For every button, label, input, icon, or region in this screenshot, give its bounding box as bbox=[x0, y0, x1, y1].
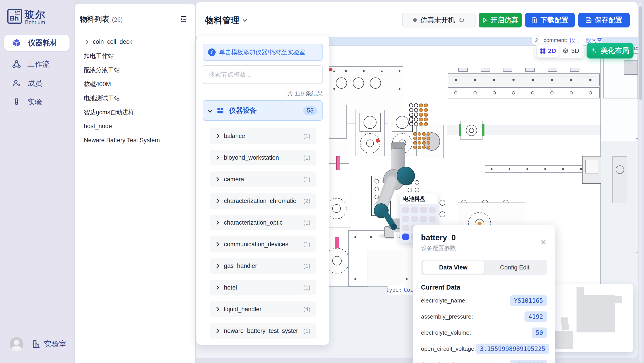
category-count: (1) bbox=[303, 263, 310, 270]
material-item[interactable]: 智达gcms自动进样 bbox=[80, 105, 190, 119]
sidebar-item-members[interactable]: 成员 bbox=[4, 75, 70, 91]
field-row: assembly_pressure: 4192 bbox=[421, 309, 547, 325]
materials-title: 物料列表 bbox=[80, 14, 109, 24]
start-simulation-label: 开启仿真 bbox=[490, 15, 518, 25]
category-characterization-optic[interactable]: characterization_optic(1) bbox=[210, 215, 316, 230]
tab-data-view[interactable]: Data View bbox=[422, 261, 484, 274]
lab-switcher[interactable]: 实验室 bbox=[31, 339, 66, 349]
material-item-expandable[interactable]: coin_cell_deck bbox=[80, 35, 190, 49]
beautify-layout-button[interactable]: 美化布局 bbox=[586, 43, 634, 58]
tray-cell[interactable] bbox=[402, 207, 409, 213]
chevron-down-icon bbox=[208, 108, 212, 113]
field-label: electrolyte_name: bbox=[421, 297, 467, 304]
tray-cell-selected[interactable] bbox=[402, 234, 409, 240]
category-name: balance bbox=[224, 133, 298, 140]
template-search-input[interactable] bbox=[203, 65, 323, 84]
material-item[interactable]: host_node bbox=[80, 119, 190, 133]
main-header: 物料管理 仿真未开机 ↻ 开启仿真 下载配置 bbox=[196, 2, 638, 37]
sidebar-item-label: 工作流 bbox=[28, 59, 50, 69]
category-characterization-chromatic[interactable]: characterization_chromatic(2) bbox=[210, 193, 316, 209]
group-instruments[interactable]: 仪器设备 53 bbox=[203, 100, 323, 121]
refresh-icon[interactable]: ↻ bbox=[458, 16, 464, 24]
close-icon[interactable]: × bbox=[540, 238, 546, 247]
category-list: balance(1) bioyond_workstation(1) camera… bbox=[210, 128, 316, 339]
materials-panel-header: 物料列表 (26) bbox=[80, 14, 190, 24]
type-value: Coi bbox=[404, 287, 414, 293]
tray-cell[interactable] bbox=[420, 216, 427, 222]
status-dot-icon bbox=[413, 18, 417, 22]
sidebar-item-workflow[interactable]: 工作流 bbox=[4, 56, 70, 72]
tray-cell[interactable] bbox=[429, 207, 436, 213]
popup-subtitle: 设备配置参数 bbox=[421, 244, 547, 252]
user-avatar[interactable] bbox=[10, 337, 24, 351]
category-camera[interactable]: camera(1) bbox=[210, 171, 316, 187]
chevron-right-icon bbox=[215, 329, 219, 333]
chevron-right-icon bbox=[215, 155, 219, 160]
lab-label: 实验室 bbox=[44, 339, 66, 349]
category-liquid-handler[interactable]: liquid_handler(4) bbox=[210, 301, 316, 317]
sidebar-item-label: 实验 bbox=[28, 97, 42, 107]
sidebar-item-label: 成员 bbox=[28, 78, 42, 88]
material-item[interactable]: 核磁400M bbox=[80, 77, 190, 91]
minimap[interactable] bbox=[554, 284, 633, 352]
tray-cell[interactable] bbox=[429, 216, 436, 222]
material-item[interactable]: Neware Battery Test System bbox=[80, 133, 190, 147]
field-row: electrolyte_name: YS101165 bbox=[421, 293, 547, 309]
page-title-dropdown[interactable]: 物料管理 bbox=[205, 12, 246, 28]
category-count: (1) bbox=[303, 219, 310, 226]
save-config-label: 保存配置 bbox=[594, 15, 622, 25]
materials-list: coin_cell_deck 扣电工作站 配液分液工站 核磁400M 电池测试工… bbox=[80, 35, 190, 147]
category-neware-battery-test-system[interactable]: neware_battery_test_system(1) bbox=[210, 323, 316, 339]
field-label: assembly_pressure: bbox=[421, 313, 473, 320]
field-value: 50 bbox=[532, 328, 547, 338]
category-balance[interactable]: balance(1) bbox=[210, 128, 316, 144]
category-communication-devices[interactable]: communication_devices(1) bbox=[210, 236, 316, 252]
download-config-button[interactable]: 下载配置 bbox=[525, 13, 575, 27]
category-count: (1) bbox=[303, 133, 310, 140]
chevron-right-icon bbox=[215, 220, 219, 225]
category-name: camera bbox=[224, 176, 298, 183]
play-icon bbox=[482, 17, 487, 23]
tray-cell[interactable] bbox=[402, 225, 409, 231]
group-label: 仪器设备 bbox=[229, 106, 298, 115]
material-item[interactable]: 扣电工作站 bbox=[80, 49, 190, 63]
chevron-right-icon bbox=[215, 134, 219, 138]
save-config-button[interactable]: 保存配置 bbox=[578, 13, 630, 27]
material-item[interactable]: 配液分液工站 bbox=[80, 63, 190, 77]
category-count: (1) bbox=[303, 176, 310, 183]
field-label: data_electrolyte_code: bbox=[421, 362, 480, 363]
toggle-3d[interactable]: 3D bbox=[560, 45, 582, 57]
tray-cell[interactable] bbox=[420, 207, 427, 213]
field-row: electrolyte_volume: 50 bbox=[421, 325, 547, 341]
material-name: 智达gcms自动进样 bbox=[84, 108, 134, 116]
category-bioyond-workstation[interactable]: bioyond_workstation(1) bbox=[210, 150, 316, 165]
category-count: (1) bbox=[303, 154, 310, 161]
type-label: type: bbox=[386, 287, 402, 293]
collapse-list-icon[interactable] bbox=[180, 16, 188, 24]
tray-cell[interactable] bbox=[411, 207, 418, 213]
popup-title: battery_0 bbox=[421, 233, 547, 242]
material-item[interactable]: 电池测试工站 bbox=[80, 91, 190, 105]
category-name: characterization_optic bbox=[224, 219, 298, 226]
category-gas-handler[interactable]: gas_handler(1) bbox=[210, 258, 316, 274]
tray-cell[interactable] bbox=[411, 216, 418, 222]
template-hint-banner: i 单击模板添加仪器/耗材至实验室 bbox=[203, 44, 323, 61]
tray-cell[interactable] bbox=[402, 216, 409, 222]
tab-config-edit[interactable]: Config Edit bbox=[484, 261, 546, 274]
sidebar-item-experiments[interactable]: 实验 bbox=[4, 94, 70, 110]
toggle-2d[interactable]: 2D bbox=[537, 45, 560, 57]
materials-panel: 物料列表 (26) coin_cell_deck 扣电工作站 配液分液工站 核磁… bbox=[75, 3, 195, 363]
test-tube-icon bbox=[12, 98, 21, 106]
start-simulation-button[interactable]: 开启仿真 bbox=[479, 13, 522, 27]
category-name: communication_devices bbox=[224, 241, 298, 248]
sidebar-item-instruments[interactable]: 仪器耗材 bbox=[4, 35, 70, 51]
material-name: host_node bbox=[84, 123, 112, 130]
view-mode-toggle: 2D 3D bbox=[536, 44, 584, 58]
category-hotel[interactable]: hotel(1) bbox=[210, 280, 316, 295]
field-label: electrolyte_volume: bbox=[421, 329, 471, 336]
tray-menu-dots-icon[interactable]: ··· bbox=[427, 195, 434, 202]
scrollbar-thumb[interactable] bbox=[639, 6, 642, 100]
simulation-status-pill[interactable]: 仿真未开机 ↻ bbox=[402, 13, 476, 27]
3d-cube-icon bbox=[563, 48, 568, 54]
category-name: hotel bbox=[224, 284, 298, 291]
